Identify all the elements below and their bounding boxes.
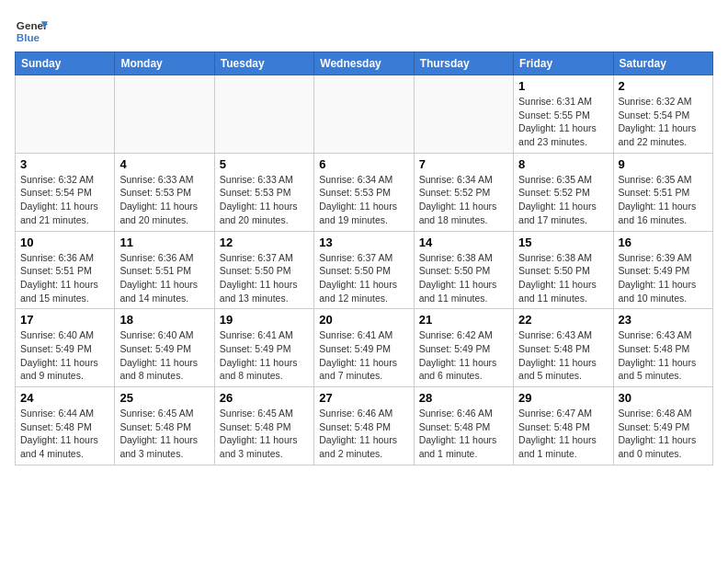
calendar-cell: 17Sunrise: 6:40 AM Sunset: 5:49 PM Dayli… — [16, 309, 115, 387]
day-number: 12 — [220, 236, 309, 249]
calendar-cell: 2Sunrise: 6:32 AM Sunset: 5:54 PM Daylig… — [613, 75, 712, 154]
day-number: 13 — [319, 236, 408, 249]
day-info: Sunrise: 6:40 AM Sunset: 5:49 PM Dayligh… — [20, 328, 109, 383]
day-info: Sunrise: 6:45 AM Sunset: 5:48 PM Dayligh… — [119, 407, 209, 461]
day-number: 28 — [419, 391, 508, 405]
day-number: 30 — [619, 391, 708, 405]
day-info: Sunrise: 6:37 AM Sunset: 5:50 PM Dayligh… — [319, 251, 408, 305]
day-number: 2 — [619, 79, 708, 93]
calendar-cell — [115, 75, 214, 154]
week-row-3: 10Sunrise: 6:36 AM Sunset: 5:51 PM Dayli… — [16, 231, 713, 309]
day-info: Sunrise: 6:39 AM Sunset: 5:49 PM Dayligh… — [619, 251, 708, 305]
day-info: Sunrise: 6:46 AM Sunset: 5:48 PM Dayligh… — [419, 407, 508, 461]
calendar-cell — [16, 75, 115, 154]
day-number: 17 — [20, 313, 109, 327]
calendar-table: SundayMondayTuesdayWednesdayThursdayFrid… — [15, 52, 713, 465]
calendar-cell: 4Sunrise: 6:33 AM Sunset: 5:53 PM Daylig… — [115, 153, 214, 231]
calendar-cell: 15Sunrise: 6:38 AM Sunset: 5:50 PM Dayli… — [514, 231, 613, 309]
col-header-sunday: Sunday — [16, 52, 115, 75]
day-info: Sunrise: 6:45 AM Sunset: 5:48 PM Dayligh… — [220, 407, 309, 461]
day-number: 23 — [619, 313, 708, 327]
day-number: 5 — [220, 157, 309, 171]
calendar-cell: 13Sunrise: 6:37 AM Sunset: 5:50 PM Dayli… — [314, 231, 414, 309]
calendar-cell: 7Sunrise: 6:34 AM Sunset: 5:52 PM Daylig… — [414, 153, 513, 231]
day-info: Sunrise: 6:35 AM Sunset: 5:52 PM Dayligh… — [518, 173, 608, 227]
calendar-cell: 16Sunrise: 6:39 AM Sunset: 5:49 PM Dayli… — [613, 231, 712, 309]
col-header-thursday: Thursday — [414, 52, 513, 75]
calendar-cell: 8Sunrise: 6:35 AM Sunset: 5:52 PM Daylig… — [514, 153, 613, 231]
day-info: Sunrise: 6:35 AM Sunset: 5:51 PM Dayligh… — [619, 173, 708, 227]
calendar-cell: 5Sunrise: 6:33 AM Sunset: 5:53 PM Daylig… — [214, 153, 313, 231]
day-info: Sunrise: 6:31 AM Sunset: 5:55 PM Dayligh… — [518, 95, 608, 149]
week-row-1: 1Sunrise: 6:31 AM Sunset: 5:55 PM Daylig… — [16, 75, 713, 154]
calendar-cell: 14Sunrise: 6:38 AM Sunset: 5:50 PM Dayli… — [414, 231, 513, 309]
day-number: 24 — [20, 391, 109, 405]
day-number: 29 — [518, 391, 608, 405]
day-number: 7 — [419, 157, 508, 171]
day-number: 16 — [619, 236, 708, 249]
day-info: Sunrise: 6:32 AM Sunset: 5:54 PM Dayligh… — [20, 173, 109, 227]
svg-text:Blue: Blue — [17, 31, 40, 43]
calendar-cell: 20Sunrise: 6:41 AM Sunset: 5:49 PM Dayli… — [314, 309, 414, 387]
day-number: 14 — [419, 236, 508, 249]
col-header-wednesday: Wednesday — [314, 52, 414, 75]
day-info: Sunrise: 6:43 AM Sunset: 5:48 PM Dayligh… — [619, 328, 708, 383]
day-info: Sunrise: 6:42 AM Sunset: 5:49 PM Dayligh… — [419, 328, 508, 383]
day-number: 21 — [419, 313, 508, 327]
calendar-cell: 22Sunrise: 6:43 AM Sunset: 5:48 PM Dayli… — [514, 309, 613, 387]
day-info: Sunrise: 6:33 AM Sunset: 5:53 PM Dayligh… — [119, 173, 209, 227]
calendar-cell: 29Sunrise: 6:47 AM Sunset: 5:48 PM Dayli… — [514, 387, 613, 465]
day-info: Sunrise: 6:47 AM Sunset: 5:48 PM Dayligh… — [518, 407, 608, 461]
day-info: Sunrise: 6:38 AM Sunset: 5:50 PM Dayligh… — [518, 251, 608, 305]
calendar-cell: 27Sunrise: 6:46 AM Sunset: 5:48 PM Dayli… — [314, 387, 414, 465]
day-number: 8 — [518, 157, 608, 171]
week-row-2: 3Sunrise: 6:32 AM Sunset: 5:54 PM Daylig… — [16, 153, 713, 231]
day-number: 6 — [319, 157, 408, 171]
day-info: Sunrise: 6:48 AM Sunset: 5:49 PM Dayligh… — [619, 407, 708, 461]
day-number: 27 — [319, 391, 408, 405]
calendar-cell: 30Sunrise: 6:48 AM Sunset: 5:49 PM Dayli… — [613, 387, 712, 465]
logo-icon: General Blue — [15, 15, 48, 48]
calendar-cell: 21Sunrise: 6:42 AM Sunset: 5:49 PM Dayli… — [414, 309, 513, 387]
day-info: Sunrise: 6:41 AM Sunset: 5:49 PM Dayligh… — [319, 328, 408, 383]
calendar-cell: 12Sunrise: 6:37 AM Sunset: 5:50 PM Dayli… — [214, 231, 313, 309]
calendar-cell: 10Sunrise: 6:36 AM Sunset: 5:51 PM Dayli… — [16, 231, 115, 309]
day-number: 22 — [518, 313, 608, 327]
logo: General Blue — [15, 15, 48, 48]
day-info: Sunrise: 6:37 AM Sunset: 5:50 PM Dayligh… — [220, 251, 309, 305]
calendar-cell: 18Sunrise: 6:40 AM Sunset: 5:49 PM Dayli… — [115, 309, 214, 387]
day-info: Sunrise: 6:46 AM Sunset: 5:48 PM Dayligh… — [319, 407, 408, 461]
calendar-cell: 6Sunrise: 6:34 AM Sunset: 5:53 PM Daylig… — [314, 153, 414, 231]
day-number: 3 — [20, 157, 109, 171]
calendar-cell: 26Sunrise: 6:45 AM Sunset: 5:48 PM Dayli… — [214, 387, 313, 465]
header: General Blue — [15, 15, 713, 48]
calendar-cell: 11Sunrise: 6:36 AM Sunset: 5:51 PM Dayli… — [115, 231, 214, 309]
week-row-4: 17Sunrise: 6:40 AM Sunset: 5:49 PM Dayli… — [16, 309, 713, 387]
day-number: 26 — [220, 391, 309, 405]
day-number: 15 — [518, 236, 608, 249]
day-info: Sunrise: 6:34 AM Sunset: 5:52 PM Dayligh… — [419, 173, 508, 227]
calendar-header-row: SundayMondayTuesdayWednesdayThursdayFrid… — [16, 52, 713, 75]
day-number: 25 — [119, 391, 209, 405]
day-info: Sunrise: 6:38 AM Sunset: 5:50 PM Dayligh… — [419, 251, 508, 305]
day-number: 18 — [119, 313, 209, 327]
day-info: Sunrise: 6:33 AM Sunset: 5:53 PM Dayligh… — [220, 173, 309, 227]
calendar-cell: 19Sunrise: 6:41 AM Sunset: 5:49 PM Dayli… — [214, 309, 313, 387]
calendar-cell — [414, 75, 513, 154]
day-info: Sunrise: 6:34 AM Sunset: 5:53 PM Dayligh… — [319, 173, 408, 227]
day-info: Sunrise: 6:41 AM Sunset: 5:49 PM Dayligh… — [220, 328, 309, 383]
day-info: Sunrise: 6:40 AM Sunset: 5:49 PM Dayligh… — [119, 328, 209, 383]
calendar-cell: 3Sunrise: 6:32 AM Sunset: 5:54 PM Daylig… — [16, 153, 115, 231]
day-number: 11 — [119, 236, 209, 249]
svg-text:General: General — [17, 19, 48, 31]
day-info: Sunrise: 6:32 AM Sunset: 5:54 PM Dayligh… — [619, 95, 708, 149]
calendar-cell: 24Sunrise: 6:44 AM Sunset: 5:48 PM Dayli… — [16, 387, 115, 465]
calendar-cell: 28Sunrise: 6:46 AM Sunset: 5:48 PM Dayli… — [414, 387, 513, 465]
week-row-5: 24Sunrise: 6:44 AM Sunset: 5:48 PM Dayli… — [16, 387, 713, 465]
day-info: Sunrise: 6:36 AM Sunset: 5:51 PM Dayligh… — [20, 251, 109, 305]
calendar-cell: 23Sunrise: 6:43 AM Sunset: 5:48 PM Dayli… — [613, 309, 712, 387]
calendar-cell: 1Sunrise: 6:31 AM Sunset: 5:55 PM Daylig… — [514, 75, 613, 154]
calendar-cell: 25Sunrise: 6:45 AM Sunset: 5:48 PM Dayli… — [115, 387, 214, 465]
calendar-cell — [214, 75, 313, 154]
col-header-friday: Friday — [514, 52, 613, 75]
